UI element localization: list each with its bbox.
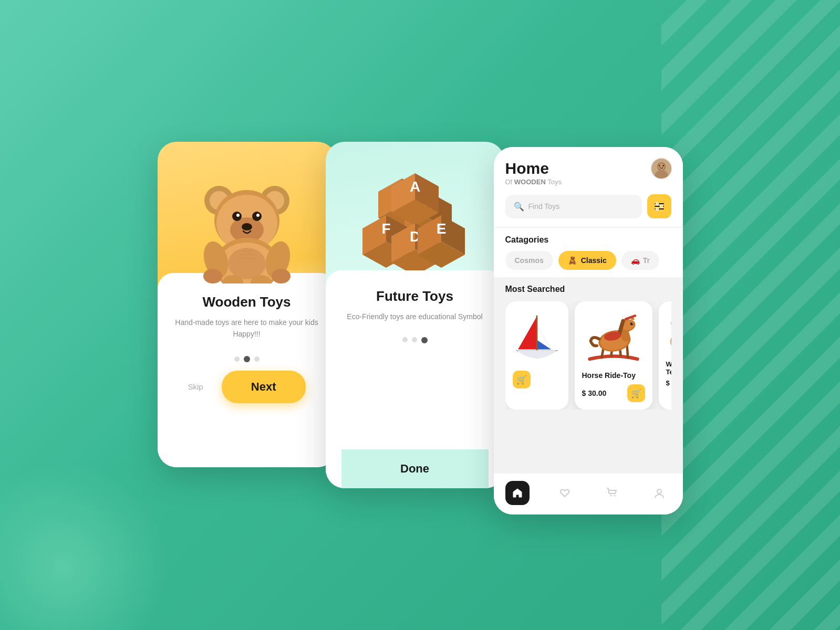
svg-point-90 <box>669 335 671 350</box>
classic-label: Classic <box>581 256 607 265</box>
heart-icon-wrap <box>553 481 577 505</box>
svg-text:F: F <box>381 220 390 237</box>
svg-marker-60 <box>518 317 537 350</box>
screen2-content-area: Future Toys Eco-Friendly toys are educat… <box>326 270 504 488</box>
svg-point-11 <box>242 223 252 230</box>
home-icon-wrap <box>505 481 530 505</box>
transport-icon: 🚗 <box>631 256 640 265</box>
home-icon <box>512 487 523 499</box>
nav-profile[interactable] <box>647 481 671 505</box>
teddy-image <box>666 309 671 356</box>
svg-point-10 <box>256 214 260 217</box>
search-row: 🔍 Find Toys <box>505 194 671 218</box>
sailboat-price-row: 🛒 <box>513 371 561 388</box>
screens-container: Wooden Toys Hand-made toys are here to m… <box>158 142 683 488</box>
avatar[interactable] <box>650 158 672 180</box>
screen1-bottom-actions: Skip Next <box>173 362 320 418</box>
screen2-title: Future Toys <box>376 288 453 304</box>
products-row: 🛒 <box>505 301 671 410</box>
horse-image <box>582 309 645 366</box>
svg-point-14 <box>228 248 266 279</box>
svg-point-95 <box>614 495 615 497</box>
category-classic[interactable]: 🧸 Classic <box>558 251 616 270</box>
svg-point-53 <box>662 165 664 166</box>
product-card-horse: Horse Ride-Toy $ 30.00 🛒 <box>575 301 652 410</box>
home-subtitle: Of WOODEN Toys <box>505 178 671 186</box>
dot-1 <box>234 356 240 362</box>
classic-bear-icon: 🧸 <box>568 256 577 265</box>
svg-point-96 <box>657 489 661 494</box>
cart-icon-wrap <box>600 481 624 505</box>
nav-cart[interactable] <box>600 481 624 505</box>
screen1-title: Wooden Toys <box>202 294 291 310</box>
blocks-illustration: B C A <box>357 171 473 276</box>
screen1-wooden-toys: Wooden Toys Hand-made toys are here to m… <box>158 142 336 467</box>
background-glow <box>0 462 168 630</box>
category-transport[interactable]: 🚗 Tr <box>621 251 659 270</box>
svg-point-94 <box>610 495 611 497</box>
most-searched-label: Most Searched <box>505 285 671 294</box>
categories-section: Catagories Cosmos 🧸 Classic 🚗 Tr <box>494 228 683 277</box>
svg-text:A: A <box>409 178 420 195</box>
category-cosmos[interactable]: Cosmos <box>505 251 553 270</box>
s2-dot-1 <box>402 337 408 342</box>
most-searched-section: Most Searched <box>494 277 683 474</box>
screen2-dots <box>402 337 428 343</box>
background-stripes <box>661 0 840 630</box>
teddy-price: $ 35.00 <box>666 379 671 387</box>
svg-point-74 <box>630 322 632 325</box>
categories-row: Cosmos 🧸 Classic 🚗 Tr <box>505 251 671 270</box>
heart-icon <box>559 487 571 499</box>
s2-dot-3-active <box>421 337 428 343</box>
home-title: Home <box>505 160 671 177</box>
search-bar-container[interactable]: 🔍 Find Toys <box>505 195 642 218</box>
filter-icon <box>654 201 665 212</box>
search-placeholder: Find Toys <box>528 202 560 211</box>
svg-point-78 <box>671 318 671 328</box>
categories-label: Catagories <box>505 235 671 245</box>
screen1-content-area: Wooden Toys Hand-made toys are here to m… <box>158 273 336 467</box>
sailboat-image <box>513 309 561 366</box>
screen1-description: Hand-made toys are here to make your kid… <box>173 317 320 340</box>
screen3-home: Home Of WOODEN Toys 🔍 Find Toys <box>494 147 683 514</box>
nav-favorites[interactable] <box>553 481 577 505</box>
product-card-teddy: Wooden Teddy $ 35.00 <box>659 301 671 410</box>
svg-line-67 <box>627 345 628 358</box>
search-icon: 🔍 <box>514 202 524 212</box>
screen2-future-toys: B C A <box>326 142 504 488</box>
bottom-navigation <box>494 474 683 514</box>
svg-point-9 <box>236 214 240 217</box>
svg-point-52 <box>659 165 660 166</box>
done-button[interactable]: Done <box>341 449 489 488</box>
screen1-dots <box>234 356 260 362</box>
skip-button[interactable]: Skip <box>188 382 203 391</box>
dot-3 <box>254 356 260 362</box>
svg-point-75 <box>631 323 632 324</box>
profile-icon-wrap <box>647 481 671 505</box>
horse-price: $ 30.00 <box>582 389 607 397</box>
screen2-description: Eco-Friendly toys are educational Symbol <box>347 311 482 322</box>
filter-button[interactable] <box>647 194 671 218</box>
product-card-sailboat: 🛒 <box>505 301 568 410</box>
svg-point-18 <box>272 269 291 284</box>
svg-point-57 <box>656 203 658 205</box>
bear-illustration <box>192 173 302 284</box>
horse-name: Horse Ride-Toy <box>582 371 645 380</box>
svg-text:E: E <box>436 220 446 237</box>
cart-icon <box>606 487 618 499</box>
dot-2-active <box>244 356 250 362</box>
horse-price-row: $ 30.00 🛒 <box>582 384 645 402</box>
home-header: Home Of WOODEN Toys 🔍 Find Toys <box>494 147 683 227</box>
user-icon <box>654 487 665 499</box>
svg-point-17 <box>203 269 222 284</box>
nav-home[interactable] <box>505 481 530 505</box>
sailboat-cart-button[interactable]: 🛒 <box>513 371 531 388</box>
svg-point-58 <box>660 205 662 208</box>
horse-cart-button[interactable]: 🛒 <box>627 384 645 402</box>
s2-dot-2 <box>412 337 417 342</box>
transport-label: Tr <box>643 256 650 265</box>
next-button[interactable]: Next <box>222 371 306 403</box>
svg-point-51 <box>658 163 665 170</box>
teddy-name: Wooden Teddy <box>666 360 671 376</box>
svg-point-59 <box>656 208 658 211</box>
